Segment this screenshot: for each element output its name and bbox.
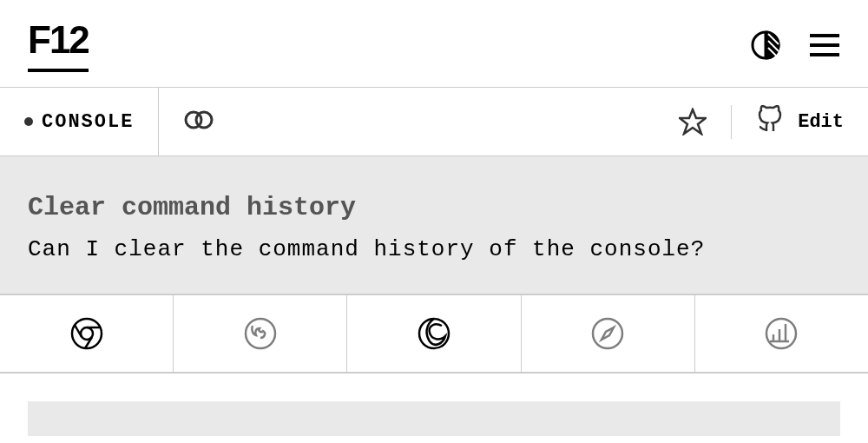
browser-tab-polypane[interactable]: [695, 295, 868, 372]
browser-tab-safari[interactable]: [522, 295, 695, 372]
theme-toggle-icon[interactable]: [750, 30, 781, 61]
console-button[interactable]: CONSOLE: [0, 88, 159, 155]
link-icon[interactable]: [183, 108, 214, 136]
svg-point-7: [196, 112, 212, 128]
browser-tab-firefox[interactable]: [174, 295, 347, 372]
browser-tab-chrome[interactable]: [0, 295, 174, 372]
svg-point-15: [593, 319, 622, 348]
content-header: Clear command history Can I clear the co…: [0, 156, 868, 294]
header: F12: [0, 0, 868, 87]
favorite-button[interactable]: [654, 108, 731, 136]
hamburger-menu-icon[interactable]: [809, 30, 840, 61]
svg-point-16: [766, 319, 796, 348]
console-label: CONSOLE: [42, 111, 134, 133]
svg-point-13: [246, 319, 275, 348]
console-indicator-dot: [24, 117, 33, 126]
browser-tabs: [0, 294, 868, 374]
toolbar-right: Edit: [654, 88, 868, 155]
edit-button[interactable]: Edit: [731, 105, 868, 139]
toolbar: CONSOLE Edit: [0, 87, 868, 156]
edit-label: Edit: [798, 111, 844, 133]
page-subtitle: Can I clear the command history of the c…: [28, 236, 840, 262]
github-icon: [756, 105, 784, 139]
content-area-start: [28, 401, 840, 436]
header-actions: [750, 30, 840, 61]
logo[interactable]: F12: [28, 18, 89, 72]
toolbar-middle: [159, 88, 654, 155]
browser-tab-edge[interactable]: [347, 295, 521, 372]
page-title: Clear command history: [28, 193, 840, 222]
